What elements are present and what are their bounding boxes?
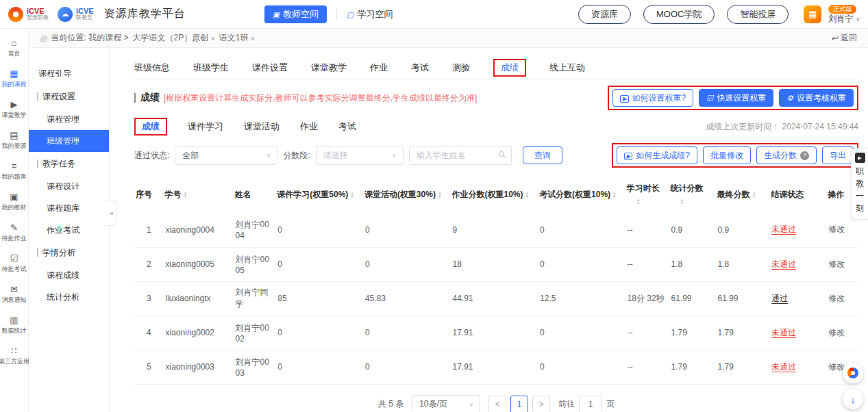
how-generate-grades-button[interactable]: 如何生成成绩? (617, 146, 697, 164)
generate-score-button[interactable]: 生成分数 ? (756, 146, 817, 164)
menu-item-class-management[interactable]: 班级管理 (29, 130, 109, 152)
sort-icon[interactable] (184, 192, 188, 198)
tab-homework[interactable]: 作业 (370, 62, 388, 74)
menu-item-course-guide[interactable]: 课程引导 (29, 62, 109, 85)
sidebar-item-pending-exams[interactable]: ☑ 待批考试 (0, 248, 28, 279)
status-filter-select[interactable]: 全部 (175, 146, 277, 165)
student-name-input[interactable] (409, 146, 512, 165)
export-button[interactable]: 导出 (822, 146, 854, 164)
goto-page-input[interactable] (579, 396, 602, 412)
subtab-grades[interactable]: 成绩 (142, 121, 160, 131)
app-grid-icon[interactable] (804, 5, 821, 23)
batch-edit-button[interactable]: 批量修改 (703, 146, 751, 164)
user-menu[interactable]: 正式版 刘肖宁 (828, 5, 860, 23)
subtab-class-activity[interactable]: 课堂活动 (244, 120, 280, 133)
class-dropdown[interactable]: 语文1班 (219, 32, 255, 44)
homework-score-link[interactable]: 44.91 (450, 281, 538, 316)
sort-icon[interactable] (612, 192, 617, 198)
sidebar-item-question-bank[interactable]: ≡ 我的题库 (0, 156, 28, 187)
sidebar-item-third-party-apps[interactable]: ∷ 第三方应用 (0, 341, 28, 372)
exam-score-link[interactable]: 0 (538, 316, 625, 350)
subtab-courseware-study[interactable]: 课件学习 (188, 120, 223, 133)
courseware-score-link[interactable]: 0 (275, 247, 363, 281)
sort-icon[interactable] (636, 198, 641, 205)
courseware-score-link[interactable]: 85 (275, 281, 363, 316)
sort-icon[interactable] (525, 192, 529, 198)
download-float-button[interactable] (843, 389, 863, 409)
sidebar-item-statistics[interactable]: ▥ 数据统计 (0, 310, 28, 341)
exam-score-link[interactable]: 0 (538, 213, 625, 247)
resource-library-button[interactable]: 资源库 (578, 5, 631, 24)
zhijiao-yike-vertical-tab[interactable]: 职 教 一 刻 (851, 148, 868, 220)
menu-item-course-grades[interactable]: 课程成绩 (29, 264, 109, 286)
activity-score-link[interactable]: 0 (363, 350, 451, 384)
page-button-1[interactable]: 1 (510, 396, 528, 412)
activity-score-link[interactable]: 45.83 (363, 281, 451, 316)
sort-icon[interactable] (752, 192, 756, 198)
smart-screencast-button[interactable]: 智能投屏 (727, 5, 789, 24)
query-button[interactable]: 查询 (523, 146, 562, 164)
edit-link[interactable]: 修改 (826, 316, 858, 350)
col-header-student-id[interactable]: 学号 (164, 176, 234, 213)
courseware-score-link[interactable]: 0 (275, 316, 363, 350)
sort-icon[interactable] (350, 192, 354, 198)
edit-link[interactable]: 修改 (826, 247, 858, 281)
col-header-final[interactable]: 最终分数 (716, 176, 770, 213)
menu-item-course-design[interactable]: 课程设计 (29, 175, 109, 197)
course-dropdown[interactable]: 大学语文（2P）原创 (133, 32, 215, 44)
sort-icon[interactable] (438, 192, 442, 198)
back-link[interactable]: 返回 (831, 32, 857, 44)
sidebar-item-my-resources[interactable]: ▤ 我的资源 (0, 125, 28, 156)
teacher-space-button[interactable]: 教师空间 (264, 5, 327, 23)
col-header-duration[interactable]: 学习时长 (625, 176, 669, 213)
courseware-score-link[interactable]: 0 (275, 350, 363, 384)
menu-item-course-question-bank[interactable]: 课程题库 (29, 197, 109, 219)
activity-score-link[interactable]: 0 (363, 247, 451, 281)
menu-collapse-handle[interactable]: « (107, 200, 117, 226)
how-set-weight-button[interactable]: 如何设置权重? (612, 89, 693, 107)
col-header-total[interactable]: 统计分数 (669, 176, 715, 213)
homework-score-link[interactable]: 18 (450, 247, 538, 281)
next-page-button[interactable]: > (532, 396, 550, 412)
activity-score-link[interactable]: 0 (363, 316, 451, 350)
activity-score-link[interactable]: 0 (363, 213, 451, 247)
courseware-score-link[interactable]: 0 (275, 213, 363, 247)
sidebar-item-my-courses[interactable]: ▦ 我的课程 (0, 64, 28, 94)
homework-score-link[interactable]: 17.91 (450, 350, 538, 384)
sidebar-item-textbooks[interactable]: ▣ 我的教材 (0, 187, 28, 218)
sidebar-item-classroom-teaching[interactable]: ▶ 课堂教学 (0, 94, 28, 125)
score-range-select[interactable]: 请选择 (316, 146, 404, 165)
col-header-courseware[interactable]: 课件学习(权重50%) (275, 176, 363, 213)
tab-online-interaction[interactable]: 线上互动 (549, 62, 585, 74)
tab-courseware-settings[interactable]: 课件设置 (252, 62, 288, 74)
sidebar-item-notifications[interactable]: ✉ 消息通知 (0, 279, 28, 310)
sidebar-item-home[interactable]: ⌂ 首页 (0, 33, 28, 64)
homework-score-link[interactable]: 17.91 (450, 316, 538, 350)
menu-item-homework-exam[interactable]: 作业考试 (29, 219, 109, 241)
tab-exam[interactable]: 考试 (411, 62, 429, 74)
student-space-button[interactable]: 学习空间 (347, 8, 393, 21)
col-header-activity[interactable]: 课堂活动(权重30%) (363, 176, 451, 213)
exam-score-link[interactable]: 0 (538, 350, 625, 384)
page-size-select[interactable]: 10条/页 (412, 395, 480, 412)
exam-score-link[interactable]: 12.5 (538, 281, 625, 316)
exam-score-link[interactable]: 0 (538, 247, 625, 281)
service-float-button[interactable] (843, 363, 863, 383)
sidebar-item-pending-homework[interactable]: ✎ 待批作业 (0, 218, 28, 248)
quick-set-weight-button[interactable]: 快速设置权重 (699, 89, 773, 107)
sort-icon[interactable] (680, 198, 684, 205)
tab-class-info[interactable]: 班级信息 (134, 62, 170, 74)
subtab-homework[interactable]: 作业 (300, 120, 318, 133)
menu-item-course-management[interactable]: 课程管理 (29, 108, 109, 130)
tab-quiz[interactable]: 测验 (452, 62, 470, 74)
tab-classroom-teaching[interactable]: 课堂教学 (311, 62, 347, 74)
edit-link[interactable]: 修改 (826, 281, 858, 316)
col-header-homework[interactable]: 作业分数(权重10%) (450, 176, 538, 213)
col-header-exam[interactable]: 考试分数(权重10%) (538, 176, 625, 213)
tab-class-students[interactable]: 班级学生 (193, 62, 229, 74)
subtab-exam[interactable]: 考试 (338, 120, 356, 133)
tab-grades[interactable]: 成绩 (501, 62, 519, 73)
set-assess-weight-button[interactable]: 设置考核权重 (779, 89, 854, 107)
mooc-college-button[interactable]: MOOC学院 (643, 5, 715, 24)
prev-page-button[interactable]: < (488, 396, 506, 412)
